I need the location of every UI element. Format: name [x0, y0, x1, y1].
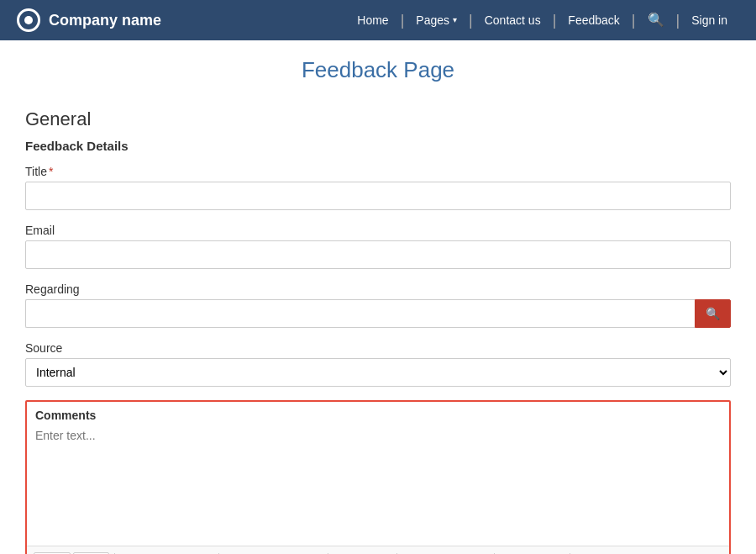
search-icon: 🔍 — [706, 307, 720, 320]
nav-item-contact[interactable]: Contact us — [473, 0, 553, 40]
nav-item-search[interactable]: 🔍 — [636, 0, 676, 40]
email-field-group: Email — [25, 224, 731, 269]
nav-link-home[interactable]: Home — [345, 0, 400, 40]
email-label: Email — [25, 224, 731, 237]
editor-toolbar: Font ▾ Size ▾ B I U ✎ A •• 1. — [27, 546, 729, 554]
nav-link-signin[interactable]: Sign in — [680, 0, 739, 40]
brand-icon — [17, 8, 40, 32]
email-input[interactable] — [25, 240, 731, 269]
page-content: Feedback Page General Feedback Details T… — [8, 40, 748, 554]
nav-item-home[interactable]: Home — [345, 0, 400, 40]
title-input[interactable] — [25, 182, 731, 210]
regarding-input-group: 🔍 — [25, 299, 731, 328]
regarding-label: Regarding — [25, 282, 731, 296]
nav-menu: Home | Pages ▾ | Contact us | Feedback |… — [345, 0, 739, 40]
title-field-group: Title* — [25, 165, 731, 210]
brand[interactable]: Company name — [17, 8, 161, 32]
nav-item-pages[interactable]: Pages ▾ — [404, 0, 469, 40]
subsection-title: Feedback Details — [25, 139, 731, 153]
nav-item-feedback[interactable]: Feedback — [556, 0, 631, 40]
comments-container: Comments Font ▾ Size ▾ B I U ✎ A — [25, 400, 731, 554]
search-icon[interactable]: 🔍 — [636, 0, 676, 40]
brand-name: Company name — [49, 12, 161, 29]
nav-link-feedback[interactable]: Feedback — [556, 0, 631, 40]
comments-label: Comments — [27, 402, 729, 425]
section-title: General — [25, 108, 731, 130]
source-field-group: Source Internal External Other — [25, 341, 731, 387]
regarding-field-group: Regarding 🔍 — [25, 282, 731, 328]
page-title: Feedback Page — [25, 57, 731, 83]
navbar: Company name Home | Pages ▾ | Contact us… — [0, 0, 756, 40]
comments-textarea[interactable] — [27, 425, 729, 543]
nav-link-contact[interactable]: Contact us — [473, 0, 553, 40]
title-label: Title* — [25, 165, 731, 178]
nav-link-pages[interactable]: Pages ▾ — [404, 0, 469, 40]
regarding-search-button[interactable]: 🔍 — [695, 299, 731, 328]
source-label: Source — [25, 341, 731, 355]
source-select[interactable]: Internal External Other — [25, 358, 731, 387]
chevron-down-icon: ▾ — [453, 0, 457, 40]
regarding-input[interactable] — [25, 299, 695, 328]
nav-item-signin[interactable]: Sign in — [680, 0, 739, 40]
